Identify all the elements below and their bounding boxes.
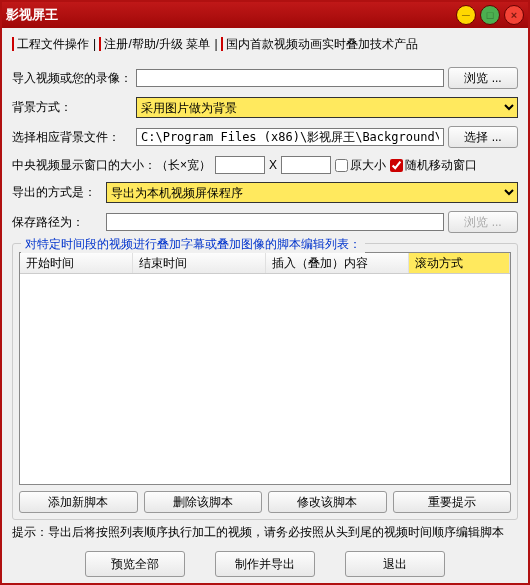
minimize-button[interactable]: ─ xyxy=(456,5,476,25)
bgfile-label: 选择相应背景文件： xyxy=(12,129,132,146)
close-button[interactable]: × xyxy=(504,5,524,25)
browse-import-button[interactable]: 浏览 ... xyxy=(448,67,518,89)
delete-script-button[interactable]: 删除该脚本 xyxy=(144,491,263,513)
height-input[interactable] xyxy=(281,156,331,174)
table-body[interactable] xyxy=(20,274,510,484)
maximize-button[interactable]: □ xyxy=(480,5,500,25)
important-hint-button[interactable]: 重要提示 xyxy=(393,491,512,513)
edit-script-button[interactable]: 修改该脚本 xyxy=(268,491,387,513)
script-groupbox: 对特定时间段的视频进行叠加字幕或叠加图像的脚本编辑列表： 开始时间 结束时间 插… xyxy=(12,243,518,520)
x-label: X xyxy=(269,158,277,172)
randmove-checkbox[interactable]: 随机移动窗口 xyxy=(390,157,477,174)
menu-register[interactable]: 注册/帮助/升级 菜单 xyxy=(99,37,214,51)
export-hint: 提示：导出后将按照列表顺序执行加工的视频，请务必按照从头到尾的视频时间顺序编辑脚… xyxy=(12,524,518,541)
col-scrollmode[interactable]: 滚动方式 xyxy=(409,253,510,273)
preview-all-button[interactable]: 预览全部 xyxy=(85,551,185,577)
import-input[interactable] xyxy=(136,69,444,87)
exportmode-label: 导出的方式是： xyxy=(12,184,102,201)
savepath-input[interactable] xyxy=(106,213,444,231)
menubar: 工程文件操作| 注册/帮助/升级 菜单| 国内首款视频动画实时叠加技术产品 xyxy=(12,34,518,59)
winsize-label: 中央视频显示窗口的大小：（长×宽） xyxy=(12,157,211,174)
col-content[interactable]: 插入（叠加）内容 xyxy=(266,253,409,273)
make-export-button[interactable]: 制作并导出 xyxy=(215,551,315,577)
width-input[interactable] xyxy=(215,156,265,174)
select-bgfile-button[interactable]: 选择 ... xyxy=(448,126,518,148)
savepath-label: 保存路径为： xyxy=(12,214,102,231)
col-starttime[interactable]: 开始时间 xyxy=(20,253,133,273)
client-area: 工程文件操作| 注册/帮助/升级 菜单| 国内首款视频动画实时叠加技术产品 导入… xyxy=(2,28,528,583)
import-label: 导入视频或您的录像： xyxy=(12,70,132,87)
exportmode-select[interactable]: 导出为本机视频屏保程序 xyxy=(106,182,518,203)
app-window: 影视屏王 ─ □ × 工程文件操作| 注册/帮助/升级 菜单| 国内首款视频动画… xyxy=(0,0,530,585)
col-endtime[interactable]: 结束时间 xyxy=(133,253,266,273)
bgmode-label: 背景方式： xyxy=(12,99,132,116)
groupbox-legend: 对特定时间段的视频进行叠加字幕或叠加图像的脚本编辑列表： xyxy=(21,236,365,253)
add-script-button[interactable]: 添加新脚本 xyxy=(19,491,138,513)
app-title: 影视屏王 xyxy=(6,6,58,24)
script-table[interactable]: 开始时间 结束时间 插入（叠加）内容 滚动方式 xyxy=(19,252,511,485)
exit-button[interactable]: 退出 xyxy=(345,551,445,577)
bgmode-select[interactable]: 采用图片做为背景 xyxy=(136,97,518,118)
menu-product-info: 国内首款视频动画实时叠加技术产品 xyxy=(221,37,422,51)
menu-project[interactable]: 工程文件操作 xyxy=(12,37,93,51)
browse-savepath-button: 浏览 ... xyxy=(448,211,518,233)
bgfile-input[interactable] xyxy=(136,128,444,146)
titlebar: 影视屏王 ─ □ × xyxy=(2,2,528,28)
origsize-checkbox[interactable]: 原大小 xyxy=(335,157,386,174)
table-header: 开始时间 结束时间 插入（叠加）内容 滚动方式 xyxy=(20,253,510,274)
